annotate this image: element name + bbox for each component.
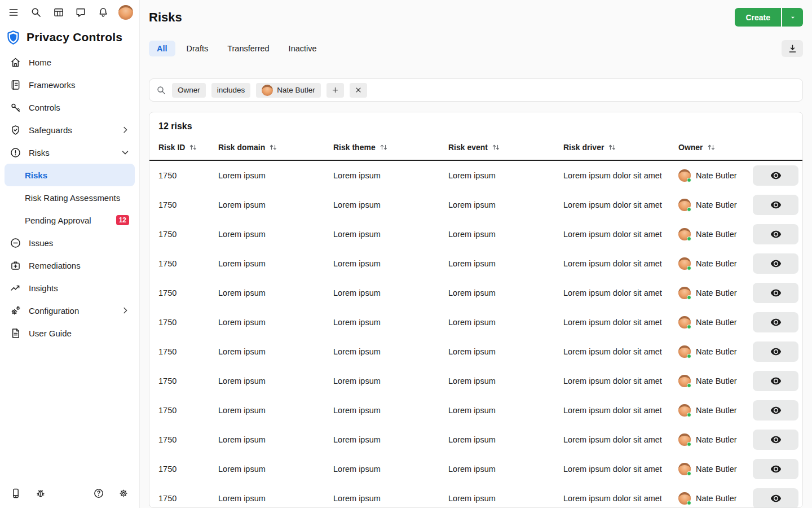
table-icon[interactable] xyxy=(50,3,68,21)
sidebar-item-label: Configuration xyxy=(29,306,79,316)
frameworks-icon xyxy=(9,78,21,91)
create-split-button: Create xyxy=(735,8,803,27)
column-header-risk-driver[interactable]: Risk driver xyxy=(563,143,678,152)
search-icon[interactable] xyxy=(27,3,45,21)
risk-id-cell: 1750 xyxy=(158,171,218,180)
view-risk-button[interactable] xyxy=(753,430,798,450)
app-logo-row: Privacy Controls xyxy=(0,25,139,50)
sidebar-item-safeguards[interactable]: Safeguards xyxy=(0,119,139,141)
risk-theme-cell: Lorem ipsum xyxy=(333,435,448,444)
risks-table-card: 12 risks Risk ID Risk domain Risk theme … xyxy=(149,112,803,508)
risks-submenu: Risks Risk Rating Assessments Pending Ap… xyxy=(0,164,139,231)
risk-domain-cell: Lorem ipsum xyxy=(218,376,333,386)
online-status-dot xyxy=(687,501,691,505)
view-risk-button[interactable] xyxy=(753,224,798,244)
owner-cell: Nate Butler xyxy=(678,287,753,299)
owner-name: Nate Butler xyxy=(696,200,737,209)
menu-icon[interactable] xyxy=(5,3,23,21)
view-risk-button[interactable] xyxy=(753,459,798,479)
online-status-dot xyxy=(687,383,691,388)
sort-icon xyxy=(189,144,197,151)
owner-avatar xyxy=(678,257,691,270)
view-risk-button[interactable] xyxy=(753,488,798,507)
sidebar-item-remediations[interactable]: Remediations xyxy=(0,254,139,277)
download-icon xyxy=(787,43,798,54)
view-risk-button[interactable] xyxy=(753,341,798,362)
sidebar-item-issues[interactable]: Issues xyxy=(0,231,139,254)
owner-avatar xyxy=(678,345,691,358)
risk-driver-cell: Lorem ipsum dolor sit amet xyxy=(563,200,678,209)
sidebar-item-configuration[interactable]: Configuration xyxy=(0,299,139,322)
user-avatar[interactable] xyxy=(117,3,135,21)
bug-report-icon[interactable] xyxy=(32,484,50,502)
sidebar-item-risks[interactable]: Risks xyxy=(0,141,139,164)
view-risk-button[interactable] xyxy=(753,253,798,274)
owner-name: Nate Butler xyxy=(696,494,737,503)
risk-theme-cell: Lorem ipsum xyxy=(333,230,448,239)
tab-all[interactable]: All xyxy=(149,41,175,56)
risk-driver-cell: Lorem ipsum dolor sit amet xyxy=(563,230,678,239)
owner-avatar xyxy=(678,199,691,211)
settings-icon[interactable] xyxy=(114,484,133,502)
sidebar-item-home[interactable]: Home xyxy=(0,51,139,73)
table-row: 1750Lorem ipsumLorem ipsumLorem ipsumLor… xyxy=(149,190,802,220)
help-icon[interactable] xyxy=(90,484,108,502)
sidebar-item-label: Home xyxy=(29,58,51,67)
tab-drafts[interactable]: Drafts xyxy=(179,41,217,56)
risk-theme-cell: Lorem ipsum xyxy=(333,171,448,180)
sidebar-item-frameworks[interactable]: Frameworks xyxy=(0,73,139,96)
online-status-dot xyxy=(687,442,691,446)
risk-driver-cell: Lorem ipsum dolor sit amet xyxy=(563,376,678,386)
sidebar-item-label: Insights xyxy=(29,283,58,293)
column-header-risk-id[interactable]: Risk ID xyxy=(158,143,218,152)
owner-cell: Nate Butler xyxy=(678,199,753,211)
risk-domain-cell: Lorem ipsum xyxy=(218,288,333,297)
sidebar-item-label: Safeguards xyxy=(29,125,72,135)
view-risk-button[interactable] xyxy=(753,165,798,186)
risk-id-cell: 1750 xyxy=(158,200,218,209)
column-header-risk-domain[interactable]: Risk domain xyxy=(218,143,333,152)
notifications-icon[interactable] xyxy=(94,3,112,21)
create-button[interactable]: Create xyxy=(735,8,781,27)
download-button[interactable] xyxy=(782,40,803,57)
column-header-risk-event[interactable]: Risk event xyxy=(448,143,563,152)
add-filter-button[interactable] xyxy=(326,83,344,98)
owner-avatar xyxy=(678,375,691,387)
sidebar-item-user-guide[interactable]: User Guide xyxy=(0,322,139,344)
create-dropdown-button[interactable] xyxy=(782,8,803,27)
risk-id-cell: 1750 xyxy=(158,259,218,268)
avatar xyxy=(118,5,133,20)
mobile-device-icon[interactable] xyxy=(7,484,25,502)
sidebar-subitem-risk-rating-assessments[interactable]: Risk Rating Assessments xyxy=(5,186,135,209)
clear-filters-button[interactable] xyxy=(350,83,367,98)
insights-icon xyxy=(9,282,21,294)
tab-inactive[interactable]: Inactive xyxy=(281,41,325,56)
view-risk-button[interactable] xyxy=(753,195,798,215)
column-header-owner[interactable]: Owner xyxy=(678,143,753,152)
risk-domain-cell: Lorem ipsum xyxy=(218,259,333,268)
sidebar-item-label: User Guide xyxy=(29,329,72,338)
chat-icon[interactable] xyxy=(72,3,90,21)
view-risk-button[interactable] xyxy=(753,400,798,421)
filter-field-chip[interactable]: Owner xyxy=(172,83,206,98)
view-risk-button[interactable] xyxy=(753,371,798,391)
actions-cell xyxy=(753,283,798,303)
risk-driver-cell: Lorem ipsum dolor sit amet xyxy=(563,406,678,415)
filter-value-chip[interactable]: Nate Butler xyxy=(256,83,321,98)
eye-icon xyxy=(770,405,782,416)
sidebar-subitem-pending-approval[interactable]: Pending Approval 12 xyxy=(5,209,135,231)
sidebar-subitem-risks[interactable]: Risks xyxy=(5,164,135,186)
filter-operator-chip[interactable]: includes xyxy=(211,83,251,98)
view-risk-button[interactable] xyxy=(753,283,798,303)
owner-name: Nate Butler xyxy=(696,435,737,444)
risk-theme-cell: Lorem ipsum xyxy=(333,465,448,474)
risk-domain-cell: Lorem ipsum xyxy=(218,465,333,474)
page-title: Risks xyxy=(149,10,182,25)
filter-bar[interactable]: Owner includes Nate Butler xyxy=(149,78,803,102)
sidebar-item-insights[interactable]: Insights xyxy=(0,277,139,299)
column-header-risk-theme[interactable]: Risk theme xyxy=(333,143,448,152)
tab-transferred[interactable]: Transferred xyxy=(219,41,277,56)
risk-event-cell: Lorem ipsum xyxy=(448,171,563,180)
view-risk-button[interactable] xyxy=(753,312,798,332)
sidebar-item-controls[interactable]: Controls xyxy=(0,96,139,119)
